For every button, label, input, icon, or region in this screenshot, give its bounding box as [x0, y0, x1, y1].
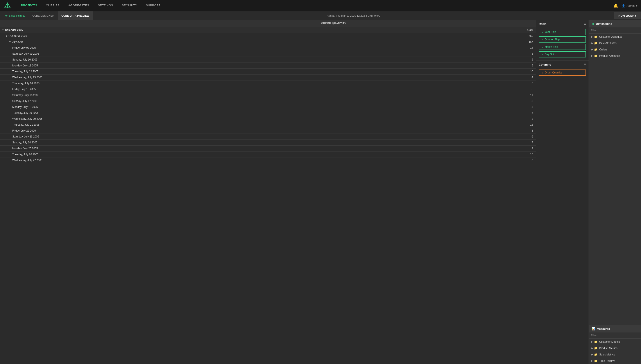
table-row: Sunday, July 24 20057	[0, 140, 536, 146]
row-value: 3	[132, 98, 536, 104]
row-label: Wednesday, July 13 2005	[0, 74, 132, 80]
rows-chip[interactable]: ↳Month Ship	[539, 44, 586, 50]
folder-label: Date Attributes	[599, 42, 617, 45]
table-row: Sunday, July 10 20055	[0, 57, 536, 63]
row-value: 5	[132, 57, 536, 63]
row-label: Wednesday, July 27 2005	[0, 158, 132, 163]
expand-toggle-icon[interactable]: ▼	[9, 40, 11, 43]
dimensions-folder[interactable]: ▶📁Date Attributes	[589, 40, 641, 46]
tab-sales-insights[interactable]: ⟳ Sales Insights	[2, 12, 29, 20]
logo	[4, 2, 12, 10]
ran-at-text: Ran at: Thu Mar 12 2020 12:20:54 GMT-040…	[327, 14, 380, 17]
cols-chips: ↳Order Quantity	[536, 68, 588, 78]
row-value: 5	[132, 51, 536, 57]
rows-title: Rows	[539, 22, 546, 26]
folder-icon: 📁	[594, 35, 597, 38]
notification-bell-icon[interactable]: 🔔	[613, 3, 618, 8]
row-value: 11	[132, 92, 536, 98]
chip-arrow-icon: ↳	[541, 53, 543, 56]
row-label: Sunday, July 10 2005	[0, 57, 132, 63]
measures-filter-area[interactable]	[589, 332, 641, 338]
row-label: Tuesday, July 19 2005	[0, 110, 132, 116]
measures-filter-input[interactable]	[591, 334, 639, 337]
folder-icon: 📁	[594, 359, 597, 362]
data-table: ORDER QUANTITY ▼Calendar 20051528▼Quarte…	[0, 20, 536, 163]
dimensions-folder[interactable]: ▶📁Customer Attributes	[589, 34, 641, 40]
dimensions-folder[interactable]: ▶📁Orders	[589, 46, 641, 53]
tab-cube-designer[interactable]: CUBE DESIGNER	[29, 12, 58, 20]
table-row: Saturday, July 09 20055	[0, 51, 536, 57]
nav-settings[interactable]: SETTINGS	[94, 0, 117, 12]
measures-folder[interactable]: ▶📁Time Relative	[589, 358, 641, 364]
dimensions-filter-input[interactable]	[591, 29, 639, 32]
row-label: Thursday, July 21 2005	[0, 122, 132, 128]
nav-security[interactable]: SECURITY	[117, 0, 142, 12]
folder-label: Time Relative	[599, 360, 615, 362]
row-value: 10	[132, 69, 536, 74]
rows-chip[interactable]: ↳Year Ship	[539, 29, 586, 35]
row-label: Thursday, July 14 2005	[0, 80, 132, 86]
nav-projects[interactable]: PROJECTS	[17, 0, 42, 12]
columns-section-header: Columns ≡	[536, 60, 588, 68]
row-label[interactable]: ▼July 2005	[0, 39, 132, 45]
tab-cube-data-preview[interactable]: CUBE DATA PREVIEW	[58, 12, 93, 20]
folder-label: Customer Attributes	[599, 35, 622, 38]
table-row: Tuesday, July 19 20056	[0, 110, 536, 116]
folder-icon: 📁	[594, 54, 597, 58]
columns-menu-icon[interactable]: ≡	[584, 62, 586, 66]
chip-arrow-icon: ↳	[541, 71, 543, 74]
user-menu[interactable]: 👤 Admin ▾	[622, 4, 637, 8]
nav-aggregates[interactable]: AGGREGATES	[64, 0, 94, 12]
measures-folder[interactable]: ▶📁Sales Metrics	[589, 351, 641, 358]
dimensions-folders: ▶📁Customer Attributes▶📁Date Attributes▶📁…	[589, 34, 641, 59]
expand-toggle-icon[interactable]: ▼	[2, 29, 4, 31]
main-content: ORDER QUANTITY ▼Calendar 20051528▼Quarte…	[0, 20, 641, 364]
folder-chevron-icon: ▶	[591, 36, 593, 38]
row-value: 5	[132, 104, 536, 110]
folder-chevron-icon: ▶	[591, 54, 593, 57]
row-label: Sunday, July 24 2005	[0, 140, 132, 146]
folder-chevron-icon: ▶	[591, 42, 593, 44]
user-label: Admin	[626, 4, 635, 8]
tab-sales-label: Sales Insights	[9, 14, 25, 17]
dimensions-folder[interactable]: ▶📁Product Attributes	[589, 53, 641, 59]
folder-chevron-icon: ▶	[591, 340, 593, 343]
row-value: 4	[132, 74, 536, 80]
table-row: Saturday, July 23 20056	[0, 134, 536, 140]
run-query-button[interactable]: RUN QUERY	[614, 12, 641, 19]
chip-arrow-icon: ↳	[541, 31, 543, 34]
rows-chip[interactable]: ↳Quarter Ship	[539, 36, 586, 42]
data-table-area[interactable]: ORDER QUANTITY ▼Calendar 20051528▼Quarte…	[0, 20, 536, 364]
folder-icon: 📁	[594, 346, 597, 350]
table-row: Sunday, July 17 20053	[0, 98, 536, 104]
row-value: 13	[132, 122, 536, 128]
measures-panel-icon: 📊	[591, 327, 595, 330]
right-panel: Rows ≡ ↳Year Ship↳Quarter Ship↳Month Shi…	[536, 20, 641, 364]
cols-chip[interactable]: ↳Order Quantity	[539, 70, 586, 76]
nav-queries[interactable]: QUERIES	[42, 0, 64, 12]
row-value: 2	[132, 116, 536, 122]
table-row: Tuesday, July 12 200510	[0, 69, 536, 74]
dimensions-filter-area[interactable]	[589, 28, 641, 34]
rows-cols-section: Rows ≡ ↳Year Ship↳Quarter Ship↳Month Shi…	[536, 20, 588, 364]
dimensions-panel-header: ▦ Dimensions	[589, 20, 641, 28]
expand-toggle-icon[interactable]: ▼	[5, 35, 8, 37]
measures-folder[interactable]: ▶📁Customer Metrics	[589, 338, 641, 345]
folder-chevron-icon: ▶	[591, 347, 593, 349]
row-label[interactable]: ▼Quarter 3, 2005	[0, 33, 132, 39]
dimensions-panel-icon: ▦	[591, 22, 594, 26]
nav-support[interactable]: SUPPORT	[142, 0, 165, 12]
row-value: 6	[132, 134, 536, 140]
table-row: ▼Calendar 20051528	[0, 27, 536, 33]
folder-icon: 📁	[594, 48, 597, 51]
row-value: 6	[132, 110, 536, 116]
measures-folder[interactable]: ▶📁Product Metrics	[589, 345, 641, 351]
row-label[interactable]: ▼Calendar 2005	[0, 27, 132, 33]
table-row: Friday, July 08 200514	[0, 45, 536, 51]
row-label: Saturday, July 16 2005	[0, 92, 132, 98]
row-value: 5	[132, 86, 536, 92]
rows-menu-icon[interactable]: ≡	[584, 22, 586, 26]
table-row: Wednesday, July 20 20052	[0, 116, 536, 122]
table-row: ▼Quarter 3, 2005650	[0, 33, 536, 39]
rows-chip[interactable]: ↳Day Ship	[539, 51, 586, 58]
